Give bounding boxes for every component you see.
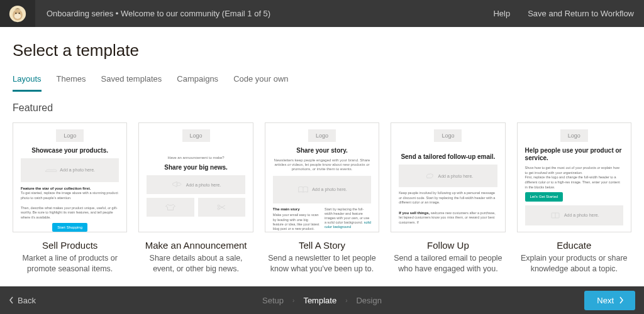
template-thumb: Logo Help people use your product or ser…	[517, 122, 631, 232]
svg-point-2	[14, 13, 21, 19]
tab-campaigns[interactable]: Campaigns	[177, 74, 218, 92]
svg-point-5	[218, 205, 219, 207]
page-title: Select a template	[13, 41, 631, 60]
photo-slot: Add a photo here.	[399, 165, 497, 187]
step-template[interactable]: Template	[303, 296, 336, 305]
chevron-right-icon: ›	[345, 297, 347, 304]
back-button[interactable]: Back	[9, 296, 36, 305]
shirt-icon	[164, 203, 177, 211]
template-card-tell-a-story[interactable]: Logo Share your story. Newsletters keep …	[265, 122, 379, 274]
save-return-link[interactable]: Save and Return to Workflow	[528, 9, 634, 18]
template-thumb: Logo Showcase your products. Add a photo…	[13, 122, 127, 232]
chevron-right-icon	[619, 296, 624, 304]
template-card-follow-up[interactable]: Logo Send a tailored follow-up email. Ad…	[391, 122, 505, 274]
shoe-icon	[45, 166, 57, 174]
photo-slot	[198, 198, 245, 217]
template-tabs: Layouts Themes Saved templates Campaigns…	[13, 74, 631, 92]
svg-point-6	[218, 208, 219, 210]
photo-slot: Add a photo here.	[525, 205, 623, 225]
logo-chip: Logo	[56, 129, 84, 142]
template-thumb: Logo Have an announcement to make? Share…	[138, 122, 253, 232]
template-title: Sell Products	[13, 240, 127, 251]
featured-grid: Logo Showcase your products. Add a photo…	[13, 122, 631, 274]
logo-chip: Logo	[182, 129, 210, 142]
brand-logo[interactable]	[0, 0, 35, 27]
logo-chip: Logo	[308, 129, 336, 142]
next-button[interactable]: Next	[584, 291, 635, 310]
chevron-left-icon	[9, 296, 14, 304]
template-desc: Share details about a sale, event, or ot…	[138, 253, 253, 274]
thumb-headline: Help people use your product or service.	[525, 147, 623, 162]
chevron-right-icon: ›	[292, 297, 294, 304]
photo-slot	[147, 198, 194, 217]
breadcrumb: Onboarding series • Welcome to our commu…	[47, 9, 270, 18]
tab-saved-templates[interactable]: Saved templates	[101, 74, 162, 92]
logo-chip: Logo	[560, 129, 588, 142]
thumb-subhead: Newsletters keep people engaged with you…	[273, 158, 371, 172]
template-title: Educate	[517, 240, 631, 251]
logo-chip: Logo	[434, 129, 462, 142]
footer-bar: Back Setup › Template › Design Next	[0, 286, 644, 314]
book-icon	[549, 212, 562, 219]
photo-slot: Add a photo here.	[273, 176, 371, 203]
thumb-subhead: Have an announcement to make?	[168, 156, 225, 160]
tab-layouts[interactable]: Layouts	[13, 74, 42, 92]
thumb-headline: Send a tailored follow-up email.	[401, 153, 495, 161]
template-card-educate[interactable]: Logo Help people use your product or ser…	[517, 122, 631, 274]
scissors-icon	[215, 203, 228, 211]
step-setup[interactable]: Setup	[262, 296, 284, 305]
mailchimp-icon	[9, 5, 26, 23]
template-desc: Market a line of products or promote sea…	[13, 253, 127, 274]
template-desc: Send a tailored email to people who have…	[391, 253, 505, 274]
svg-point-4	[19, 13, 20, 14]
tab-code-your-own[interactable]: Code your own	[233, 74, 288, 92]
top-bar: Onboarding series • Welcome to our commu…	[0, 0, 644, 27]
template-desc: Explain your products or share knowledge…	[517, 253, 631, 274]
photo-slot: Add a photo here.	[147, 175, 245, 194]
megaphone-icon	[171, 181, 184, 188]
thumb-headline: Share your big news.	[164, 164, 228, 171]
main-content: Select a template Layouts Themes Saved t…	[0, 27, 644, 286]
template-title: Make an Announcement	[138, 240, 253, 251]
template-desc: Send a newsletter to let people know wha…	[265, 253, 379, 274]
template-thumb: Logo Share your story. Newsletters keep …	[265, 122, 379, 232]
wave-icon	[423, 172, 436, 180]
template-title: Tell A Story	[265, 240, 379, 251]
wizard-steps: Setup › Template › Design	[262, 296, 382, 305]
cta-chip: Start Shopping	[52, 223, 87, 232]
book-icon	[297, 186, 309, 193]
thumb-headline: Share your story.	[296, 147, 348, 154]
svg-point-3	[15, 13, 16, 14]
template-thumb: Logo Send a tailored follow-up email. Ad…	[391, 122, 505, 232]
template-card-announcement[interactable]: Logo Have an announcement to make? Share…	[138, 122, 253, 274]
tab-themes[interactable]: Themes	[57, 74, 86, 92]
template-title: Follow Up	[391, 240, 505, 251]
section-featured: Featured	[13, 102, 631, 114]
thumb-headline: Showcase your products.	[31, 147, 108, 154]
template-card-sell-products[interactable]: Logo Showcase your products. Add a photo…	[13, 122, 127, 274]
cta-chip: Let's Get Started	[525, 192, 564, 201]
help-link[interactable]: Help	[493, 9, 510, 18]
step-design[interactable]: Design	[356, 296, 381, 305]
photo-slot: Add a photo here.	[21, 158, 119, 182]
